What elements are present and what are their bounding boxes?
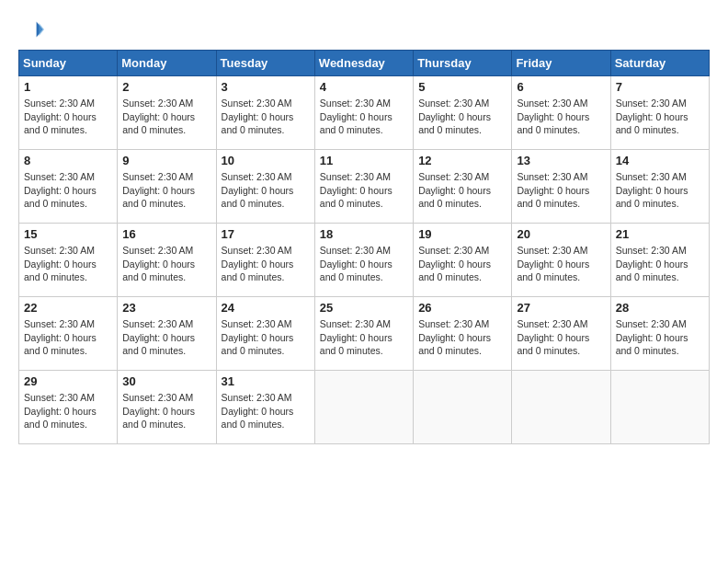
calendar-cell: 14Sunset: 2:30 AMDaylight: 0 hoursand 0 …: [610, 150, 709, 224]
calendar-cell: 16Sunset: 2:30 AMDaylight: 0 hoursand 0 …: [118, 224, 216, 297]
calendar-cell: 27Sunset: 2:30 AMDaylight: 0 hoursand 0 …: [512, 297, 610, 371]
logo-icon: [18, 17, 44, 42]
day-info: Sunset: 2:30 AMDaylight: 0 hoursand 0 mi…: [517, 97, 605, 137]
page: SundayMondayTuesdayWednesdayThursdayFrid…: [0, 0, 728, 563]
calendar-cell: 26Sunset: 2:30 AMDaylight: 0 hoursand 0 …: [414, 297, 512, 371]
calendar-cell: 7Sunset: 2:30 AMDaylight: 0 hoursand 0 m…: [610, 76, 709, 150]
calendar-week-row: 22Sunset: 2:30 AMDaylight: 0 hoursand 0 …: [19, 297, 710, 371]
calendar-cell: 4Sunset: 2:30 AMDaylight: 0 hoursand 0 m…: [314, 76, 413, 150]
day-number: 28: [616, 301, 704, 315]
day-number: 6: [517, 80, 605, 94]
calendar-cell: 1Sunset: 2:30 AMDaylight: 0 hoursand 0 m…: [19, 76, 118, 150]
day-number: 15: [24, 227, 112, 241]
calendar-cell: 10Sunset: 2:30 AMDaylight: 0 hoursand 0 …: [216, 150, 314, 224]
calendar-cell: 13Sunset: 2:30 AMDaylight: 0 hoursand 0 …: [512, 150, 610, 224]
calendar-cell: 21Sunset: 2:30 AMDaylight: 0 hoursand 0 …: [610, 224, 709, 297]
calendar-cell: 11Sunset: 2:30 AMDaylight: 0 hoursand 0 …: [314, 150, 413, 224]
day-info: Sunset: 2:30 AMDaylight: 0 hoursand 0 mi…: [222, 317, 310, 358]
day-info: Sunset: 2:30 AMDaylight: 0 hoursand 0 mi…: [616, 317, 704, 358]
day-info: Sunset: 2:30 AMDaylight: 0 hoursand 0 mi…: [222, 391, 310, 431]
calendar-cell: [414, 371, 512, 444]
day-number: 3: [222, 80, 310, 94]
day-number: 8: [24, 154, 112, 167]
calendar-cell: 12Sunset: 2:30 AMDaylight: 0 hoursand 0 …: [414, 150, 512, 224]
calendar-cell: [512, 371, 610, 444]
day-info: Sunset: 2:30 AMDaylight: 0 hoursand 0 mi…: [616, 170, 704, 211]
day-info: Sunset: 2:30 AMDaylight: 0 hoursand 0 mi…: [320, 97, 408, 137]
calendar-cell: 28Sunset: 2:30 AMDaylight: 0 hoursand 0 …: [610, 297, 709, 371]
calendar-cell: 31Sunset: 2:30 AMDaylight: 0 hoursand 0 …: [216, 371, 314, 444]
day-info: Sunset: 2:30 AMDaylight: 0 hoursand 0 mi…: [222, 244, 310, 284]
day-info: Sunset: 2:30 AMDaylight: 0 hoursand 0 mi…: [24, 97, 112, 137]
day-number: 31: [222, 374, 310, 388]
calendar-cell: 18Sunset: 2:30 AMDaylight: 0 hoursand 0 …: [314, 224, 413, 297]
col-header-thursday: Thursday: [414, 51, 512, 76]
calendar-week-row: 15Sunset: 2:30 AMDaylight: 0 hoursand 0 …: [19, 224, 710, 297]
day-number: 23: [122, 301, 210, 315]
day-info: Sunset: 2:30 AMDaylight: 0 hoursand 0 mi…: [320, 170, 408, 211]
day-number: 13: [517, 154, 605, 167]
svg-marker-1: [39, 23, 44, 36]
day-number: 1: [24, 80, 112, 94]
day-info: Sunset: 2:30 AMDaylight: 0 hoursand 0 mi…: [222, 170, 310, 211]
day-number: 7: [616, 80, 704, 94]
day-number: 4: [320, 80, 408, 94]
day-number: 5: [418, 80, 506, 94]
calendar-cell: 6Sunset: 2:30 AMDaylight: 0 hoursand 0 m…: [512, 76, 610, 150]
col-header-sunday: Sunday: [19, 51, 118, 76]
day-info: Sunset: 2:30 AMDaylight: 0 hoursand 0 mi…: [24, 391, 112, 431]
col-header-tuesday: Tuesday: [216, 51, 314, 76]
calendar-week-row: 8Sunset: 2:30 AMDaylight: 0 hoursand 0 m…: [19, 150, 710, 224]
calendar-cell: 20Sunset: 2:30 AMDaylight: 0 hoursand 0 …: [512, 224, 610, 297]
header: [18, 17, 710, 42]
day-info: Sunset: 2:30 AMDaylight: 0 hoursand 0 mi…: [24, 170, 112, 211]
day-number: 21: [616, 227, 704, 241]
day-number: 9: [122, 154, 210, 167]
calendar-cell: 17Sunset: 2:30 AMDaylight: 0 hoursand 0 …: [216, 224, 314, 297]
day-number: 11: [320, 154, 408, 167]
day-info: Sunset: 2:30 AMDaylight: 0 hoursand 0 mi…: [320, 244, 408, 284]
day-number: 20: [517, 227, 605, 241]
day-info: Sunset: 2:30 AMDaylight: 0 hoursand 0 mi…: [122, 97, 210, 137]
day-info: Sunset: 2:30 AMDaylight: 0 hoursand 0 mi…: [418, 170, 506, 211]
calendar-cell: 24Sunset: 2:30 AMDaylight: 0 hoursand 0 …: [216, 297, 314, 371]
day-number: 2: [122, 80, 210, 94]
calendar-week-row: 1Sunset: 2:30 AMDaylight: 0 hoursand 0 m…: [19, 76, 710, 150]
day-info: Sunset: 2:30 AMDaylight: 0 hoursand 0 mi…: [24, 317, 112, 358]
calendar-cell: [610, 371, 709, 444]
day-number: 24: [222, 301, 310, 315]
calendar-cell: 3Sunset: 2:30 AMDaylight: 0 hoursand 0 m…: [216, 76, 314, 150]
col-header-friday: Friday: [512, 51, 610, 76]
day-info: Sunset: 2:30 AMDaylight: 0 hoursand 0 mi…: [418, 97, 506, 137]
day-info: Sunset: 2:30 AMDaylight: 0 hoursand 0 mi…: [24, 244, 112, 284]
day-number: 26: [418, 301, 506, 315]
day-info: Sunset: 2:30 AMDaylight: 0 hoursand 0 mi…: [418, 317, 506, 358]
calendar-table: SundayMondayTuesdayWednesdayThursdayFrid…: [18, 50, 710, 444]
calendar-header-row: SundayMondayTuesdayWednesdayThursdayFrid…: [19, 51, 710, 76]
day-info: Sunset: 2:30 AMDaylight: 0 hoursand 0 mi…: [517, 317, 605, 358]
day-info: Sunset: 2:30 AMDaylight: 0 hoursand 0 mi…: [517, 170, 605, 211]
day-info: Sunset: 2:30 AMDaylight: 0 hoursand 0 mi…: [517, 244, 605, 284]
day-number: 25: [320, 301, 408, 315]
day-info: Sunset: 2:30 AMDaylight: 0 hoursand 0 mi…: [222, 97, 310, 137]
day-number: 30: [122, 374, 210, 388]
calendar-cell: [314, 371, 413, 444]
day-number: 14: [616, 154, 704, 167]
day-number: 18: [320, 227, 408, 241]
day-info: Sunset: 2:30 AMDaylight: 0 hoursand 0 mi…: [616, 97, 704, 137]
calendar-cell: 15Sunset: 2:30 AMDaylight: 0 hoursand 0 …: [19, 224, 118, 297]
day-info: Sunset: 2:30 AMDaylight: 0 hoursand 0 mi…: [616, 244, 704, 284]
calendar-cell: 19Sunset: 2:30 AMDaylight: 0 hoursand 0 …: [414, 224, 512, 297]
day-info: Sunset: 2:30 AMDaylight: 0 hoursand 0 mi…: [418, 244, 506, 284]
day-info: Sunset: 2:30 AMDaylight: 0 hoursand 0 mi…: [122, 317, 210, 358]
day-number: 17: [222, 227, 310, 241]
day-info: Sunset: 2:30 AMDaylight: 0 hoursand 0 mi…: [320, 317, 408, 358]
calendar-cell: 8Sunset: 2:30 AMDaylight: 0 hoursand 0 m…: [19, 150, 118, 224]
day-number: 12: [418, 154, 506, 167]
calendar-cell: 23Sunset: 2:30 AMDaylight: 0 hoursand 0 …: [118, 297, 216, 371]
day-info: Sunset: 2:30 AMDaylight: 0 hoursand 0 mi…: [122, 244, 210, 284]
calendar-cell: 22Sunset: 2:30 AMDaylight: 0 hoursand 0 …: [19, 297, 118, 371]
calendar-cell: 9Sunset: 2:30 AMDaylight: 0 hoursand 0 m…: [118, 150, 216, 224]
calendar-cell: 30Sunset: 2:30 AMDaylight: 0 hoursand 0 …: [118, 371, 216, 444]
day-number: 16: [122, 227, 210, 241]
